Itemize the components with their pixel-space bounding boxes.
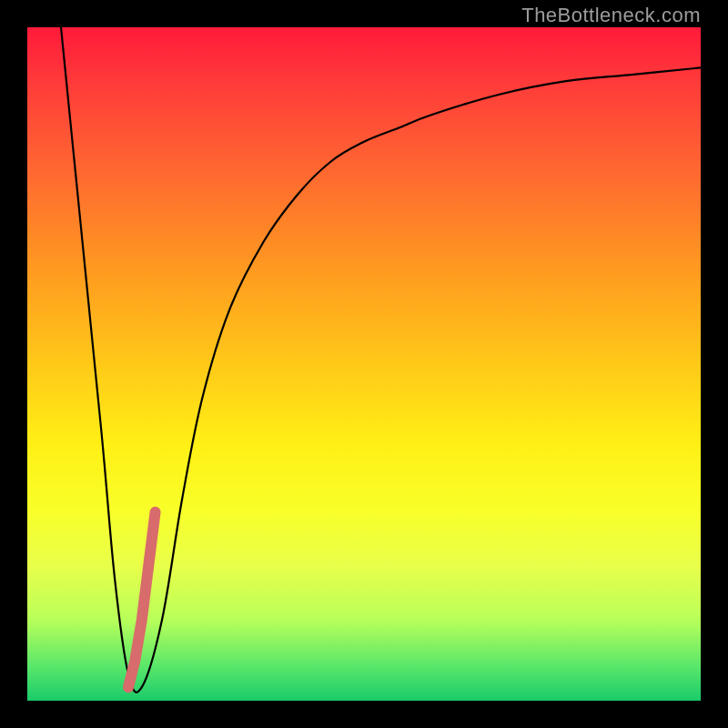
watermark-text: TheBottleneck.com — [521, 4, 701, 27]
black-curve-path — [61, 27, 701, 693]
chart-frame: TheBottleneck.com — [0, 0, 728, 728]
curve-layer — [27, 27, 701, 701]
plot-area — [27, 27, 701, 701]
